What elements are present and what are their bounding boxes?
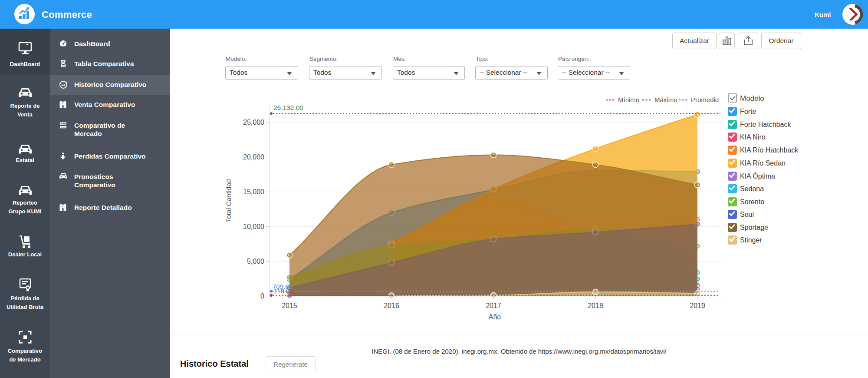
svg-text:Promedio: Promedio: [691, 96, 719, 103]
svg-text:5,000: 5,000: [247, 258, 264, 265]
svg-text:2018: 2018: [588, 302, 603, 309]
svg-text:2019: 2019: [690, 302, 705, 309]
svg-text:15,000: 15,000: [243, 188, 264, 196]
svg-text:26,132.00: 26,132.00: [273, 104, 303, 111]
svg-text:20,000: 20,000: [243, 153, 264, 161]
svg-text:2015: 2015: [282, 302, 297, 309]
svg-text:2016: 2016: [384, 302, 399, 309]
svg-text:118.00: 118.00: [274, 287, 293, 295]
svg-text:Año: Año: [489, 313, 501, 321]
svg-text:25,000: 25,000: [243, 119, 264, 126]
svg-text:0: 0: [260, 292, 264, 300]
svg-text:Total Cantidad: Total Cantidad: [225, 179, 232, 222]
svg-text:Mínimo: Mínimo: [618, 96, 639, 103]
svg-text:Máximo: Máximo: [654, 96, 677, 103]
svg-text:2017: 2017: [486, 302, 501, 309]
svg-text:10,000: 10,000: [243, 223, 264, 230]
